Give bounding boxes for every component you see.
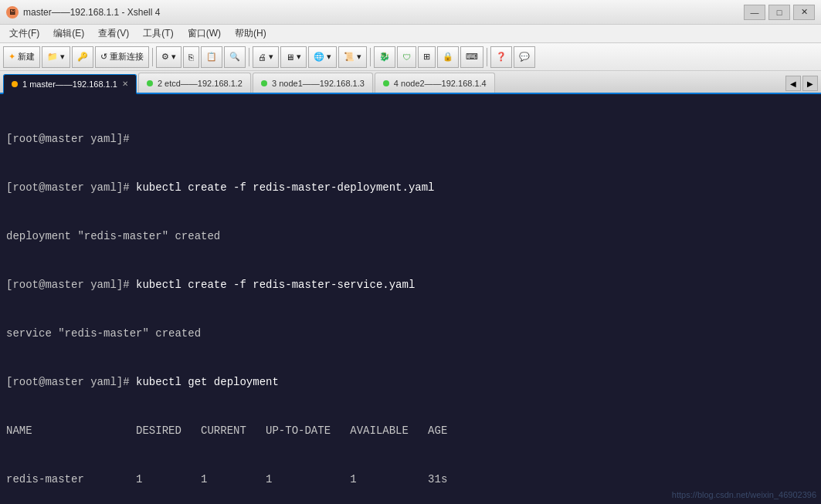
tabbar: 1 master——192.168.1.1 ✕ 2 etcd——192.168.… xyxy=(0,71,821,94)
menubar: 文件(F) 编辑(E) 查看(V) 工具(T) 窗口(W) 帮助(H) xyxy=(0,25,821,43)
script-button[interactable]: 📜▾ xyxy=(338,46,367,68)
terminal-line-3: deployment "redis-master" created xyxy=(6,228,815,245)
print-icon: 🖨 xyxy=(258,52,266,62)
dragon-icon: 🐉 xyxy=(379,52,390,62)
tab-dot-4 xyxy=(383,80,389,86)
paste-icon: 📋 xyxy=(206,52,217,62)
titlebar: 🖥 master——192.168.1.1 - Xshell 4 — □ ✕ xyxy=(0,0,821,25)
tab-dot-1 xyxy=(12,81,18,87)
toolbar: ✦ 新建 📁▾ 🔑 ↺ 重新连接 ⚙▾ ⎘ 📋 🔍 🖨▾ 🖥▾ 🌐▾ 📜▾ 🐉 … xyxy=(0,43,821,71)
separator-1 xyxy=(152,48,153,66)
window-title: master——192.168.1.1 - Xshell 4 xyxy=(23,7,744,18)
terminal-line-7: NAME DESIRED CURRENT UP-TO-DATE AVAILABL… xyxy=(6,423,815,439)
print-button[interactable]: 🖨▾ xyxy=(253,46,279,68)
tab-master[interactable]: 1 master——192.168.1.1 ✕ xyxy=(3,74,137,94)
copy-button[interactable]: ⎘ xyxy=(183,46,199,68)
tab-label-1: 1 master——192.168.1.1 xyxy=(22,79,117,89)
reconnect-button[interactable]: ↺ 重新连接 xyxy=(95,46,149,68)
lock-button[interactable]: 🔒 xyxy=(437,46,459,68)
properties-icon: ⚙ xyxy=(161,52,169,62)
separator-2 xyxy=(249,48,249,66)
terminal[interactable]: [root@master yaml]# [root@master yaml]# … xyxy=(0,94,821,504)
dragon-button[interactable]: 🐉 xyxy=(374,46,395,68)
tab-navigation: ◀ ▶ xyxy=(785,76,818,93)
window-controls: — □ ✕ xyxy=(744,5,815,20)
grid-button[interactable]: ⊞ xyxy=(418,46,436,68)
monitor-button[interactable]: 🖥▾ xyxy=(280,46,307,68)
terminal-line-1: [root@master yaml]# xyxy=(6,131,815,147)
monitor-icon: 🖥 xyxy=(286,52,294,62)
new-icon: ✦ xyxy=(8,52,15,62)
tab-dot-3 xyxy=(261,80,267,86)
chat-icon: 💬 xyxy=(519,52,530,62)
separator-4 xyxy=(487,48,487,66)
terminal-line-5: service "redis-master" created xyxy=(6,326,815,342)
key-icon: 🔑 xyxy=(77,52,88,62)
tab-close-1[interactable]: ✕ xyxy=(122,79,128,88)
tab-node1[interactable]: 3 node1——192.168.1.3 xyxy=(253,73,373,93)
menu-help[interactable]: 帮助(H) xyxy=(229,25,273,42)
folder-button[interactable]: 📁▾ xyxy=(42,46,70,68)
terminal-line-6: [root@master yaml]# kubectl get deployme… xyxy=(6,374,815,391)
help-button[interactable]: ❓ xyxy=(490,46,512,68)
tab-node2[interactable]: 4 node2——192.168.1.4 xyxy=(375,73,495,93)
globe-button[interactable]: 🌐▾ xyxy=(308,46,337,68)
tab-dot-2 xyxy=(147,80,153,86)
tab-label-4: 4 node2——192.168.1.4 xyxy=(394,79,487,88)
minimize-button[interactable]: — xyxy=(744,5,765,20)
terminal-line-2: [root@master yaml]# kubectl create -f re… xyxy=(6,180,815,196)
shield-icon: 🛡 xyxy=(402,52,411,62)
maximize-button[interactable]: □ xyxy=(768,5,790,20)
globe-icon: 🌐 xyxy=(314,52,324,62)
chat-button[interactable]: 💬 xyxy=(514,46,535,68)
reconnect-icon: ↺ xyxy=(100,52,107,62)
tab-label-2: 2 etcd——192.168.1.2 xyxy=(158,79,243,88)
watermark: https://blog.csdn.net/weixin_46902396 xyxy=(672,489,816,502)
help-icon: ❓ xyxy=(496,52,507,62)
copy-icon: ⎘ xyxy=(188,52,194,62)
menu-file[interactable]: 文件(F) xyxy=(3,25,46,42)
key-button[interactable]: 🔑 xyxy=(72,46,93,68)
menu-view[interactable]: 查看(V) xyxy=(92,25,135,42)
tab-prev-button[interactable]: ◀ xyxy=(785,76,801,91)
folder-icon: 📁 xyxy=(47,52,58,62)
lock-icon: 🔒 xyxy=(443,52,453,62)
app-icon: 🖥 xyxy=(6,6,19,19)
close-button[interactable]: ✕ xyxy=(793,5,815,20)
shield-button[interactable]: 🛡 xyxy=(397,46,416,68)
terminal-line-4: [root@master yaml]# kubectl create -f re… xyxy=(6,277,815,293)
tab-next-button[interactable]: ▶ xyxy=(802,76,818,91)
new-button[interactable]: ✦ 新建 xyxy=(3,46,40,68)
menu-window[interactable]: 窗口(W) xyxy=(182,25,227,42)
terminal-line-8: redis-master 1 1 1 1 31s xyxy=(6,472,815,488)
menu-tools[interactable]: 工具(T) xyxy=(137,25,179,42)
search-icon: 🔍 xyxy=(229,52,240,62)
properties-button[interactable]: ⚙▾ xyxy=(156,46,182,68)
menu-edit[interactable]: 编辑(E) xyxy=(47,25,90,42)
separator-3 xyxy=(370,48,371,66)
script-icon: 📜 xyxy=(344,52,355,62)
tab-etcd[interactable]: 2 etcd——192.168.1.2 xyxy=(138,73,251,93)
grid-icon: ⊞ xyxy=(423,52,430,62)
search-button[interactable]: 🔍 xyxy=(224,46,246,68)
tab-label-3: 3 node1——192.168.1.3 xyxy=(272,79,365,88)
keyboard-icon: ⌨ xyxy=(466,52,478,62)
paste-button[interactable]: 📋 xyxy=(201,46,222,68)
keyboard-button[interactable]: ⌨ xyxy=(460,46,483,68)
